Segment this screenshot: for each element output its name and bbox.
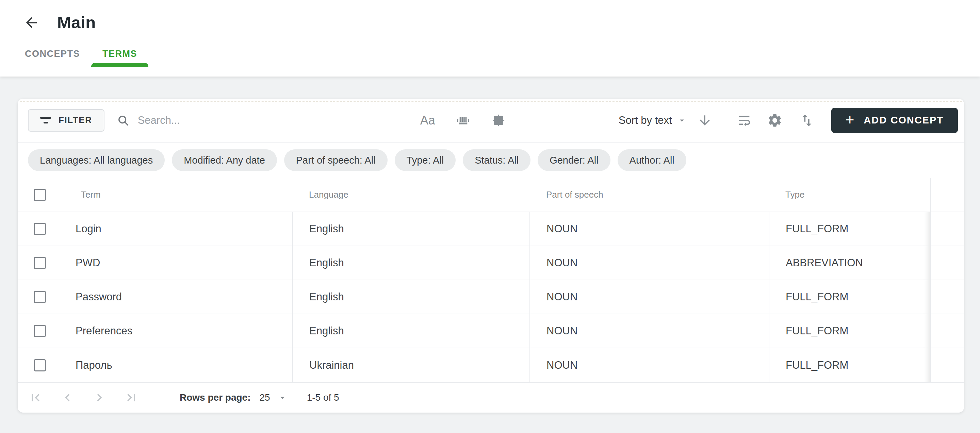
search-options: Aa: [419, 111, 508, 129]
empty-cell: [930, 246, 964, 280]
table-row[interactable]: PWD English NOUN ABBREVIATION: [18, 246, 964, 280]
wrap-text-icon: [737, 113, 752, 128]
tab-bar: CONCEPTS TERMS: [0, 41, 980, 67]
table-header-row: Term Language Part of speech Type: [18, 178, 964, 212]
chip-author[interactable]: Author: All: [617, 149, 686, 171]
arrow-down-icon: [697, 113, 712, 128]
language-cell: Ukrainian: [293, 348, 530, 382]
rows-per-page-label: Rows per page:: [180, 392, 250, 403]
row-checkbox[interactable]: [34, 291, 46, 303]
filter-button-label: FILTER: [59, 115, 92, 125]
column-header-term: Term: [65, 178, 293, 212]
add-concept-button[interactable]: + ADD CONCEPT: [831, 108, 958, 133]
type-cell: FULL_FORM: [769, 280, 930, 314]
column-header-pos: Part of speech: [530, 178, 769, 212]
pos-cell: NOUN: [530, 246, 769, 280]
plus-icon: +: [846, 112, 855, 127]
chip-gender[interactable]: Gender: All: [538, 149, 610, 171]
first-page-icon: [28, 390, 43, 405]
back-button[interactable]: [22, 13, 41, 32]
table-row[interactable]: Password English NOUN FULL_FORM: [18, 280, 964, 314]
pos-cell: NOUN: [530, 348, 769, 382]
tab-concepts[interactable]: CONCEPTS: [14, 41, 91, 67]
toolbar: FILTER Aa: [18, 98, 964, 143]
terms-panel: FILTER Aa: [18, 98, 964, 412]
table-row[interactable]: Login English NOUN FULL_FORM: [18, 212, 964, 246]
row-checkbox[interactable]: [34, 325, 46, 337]
previous-page-button[interactable]: [60, 390, 75, 405]
row-checkbox[interactable]: [34, 223, 46, 235]
first-page-button[interactable]: [28, 390, 43, 405]
pagination-bar: Rows per page: 25 1-5 of 5: [18, 382, 964, 412]
table-row[interactable]: Preferences English NOUN FULL_FORM: [18, 314, 964, 348]
settings-button[interactable]: [766, 111, 784, 129]
search-icon: [117, 114, 130, 127]
column-header-language: Language: [293, 178, 530, 212]
row-checkbox[interactable]: [34, 359, 46, 371]
language-cell: English: [293, 280, 530, 314]
language-cell: English: [293, 314, 530, 348]
table-row[interactable]: Пароль Ukrainian NOUN FULL_FORM: [18, 348, 964, 382]
page-header: Main CONCEPTS TERMS: [0, 0, 980, 76]
column-header-type: Type: [769, 178, 930, 212]
pos-cell: NOUN: [530, 280, 769, 314]
filter-button[interactable]: FILTER: [28, 109, 105, 132]
term-cell: Login: [65, 212, 293, 246]
chip-status[interactable]: Status: All: [463, 149, 530, 171]
column-header-empty: [930, 178, 964, 212]
arrow-left-icon: [24, 14, 40, 31]
focus-select-button[interactable]: [490, 111, 508, 129]
type-cell: ABBREVIATION: [769, 246, 930, 280]
empty-cell: [930, 280, 964, 314]
chip-type[interactable]: Type: All: [395, 149, 456, 171]
search-input[interactable]: [138, 114, 356, 127]
sort-control[interactable]: Sort by text: [619, 114, 687, 127]
select-all-checkbox[interactable]: [34, 189, 46, 201]
term-cell: Password: [65, 280, 293, 314]
type-cell: FULL_FORM: [769, 212, 930, 246]
chevron-down-icon: [677, 115, 687, 125]
empty-cell: [930, 212, 964, 246]
term-cell: Preferences: [65, 314, 293, 348]
center-focus-icon: [490, 112, 507, 129]
main-content: FILTER Aa: [0, 76, 980, 412]
language-cell: English: [293, 246, 530, 280]
empty-cell: [930, 348, 964, 382]
terms-table: Term Language Part of speech Type Login …: [18, 178, 964, 382]
rows-per-page-select[interactable]: 25: [259, 392, 270, 403]
language-cell: English: [293, 212, 530, 246]
term-cell: PWD: [65, 246, 293, 280]
last-page-button[interactable]: [124, 390, 139, 405]
empty-cell: [930, 314, 964, 348]
sort-direction-button[interactable]: [696, 111, 714, 129]
search-box: [117, 114, 356, 127]
next-page-button[interactable]: [92, 390, 107, 405]
chip-part-of-speech[interactable]: Part of speech: All: [284, 149, 388, 171]
type-cell: FULL_FORM: [769, 314, 930, 348]
add-concept-label: ADD CONCEPT: [864, 115, 943, 126]
swap-vertical-icon: [799, 113, 815, 128]
tab-terms[interactable]: TERMS: [91, 41, 148, 67]
match-case-button[interactable]: Aa: [419, 111, 437, 129]
chevron-down-icon[interactable]: [278, 393, 287, 402]
chip-modified[interactable]: Modified: Any date: [172, 149, 277, 171]
filter-icon: [40, 117, 51, 124]
pos-cell: NOUN: [530, 212, 769, 246]
filter-chips: Languages: All languages Modified: Any d…: [18, 143, 964, 178]
row-checkbox[interactable]: [34, 257, 46, 269]
type-cell: FULL_FORM: [769, 348, 930, 382]
page-title: Main: [57, 13, 96, 32]
gear-icon: [767, 113, 783, 128]
pos-cell: NOUN: [530, 314, 769, 348]
pagination-range: 1-5 of 5: [307, 392, 339, 403]
chevron-left-icon: [60, 390, 75, 405]
last-page-icon: [124, 390, 139, 405]
chevron-right-icon: [92, 390, 107, 405]
barcode-button[interactable]: [454, 111, 472, 129]
sort-label: Sort by text: [619, 114, 672, 127]
chip-languages[interactable]: Languages: All languages: [28, 149, 165, 171]
barcode-icon: [455, 112, 471, 128]
import-export-button[interactable]: [798, 111, 816, 129]
term-cell: Пароль: [65, 348, 293, 382]
wrap-text-button[interactable]: [735, 111, 753, 129]
